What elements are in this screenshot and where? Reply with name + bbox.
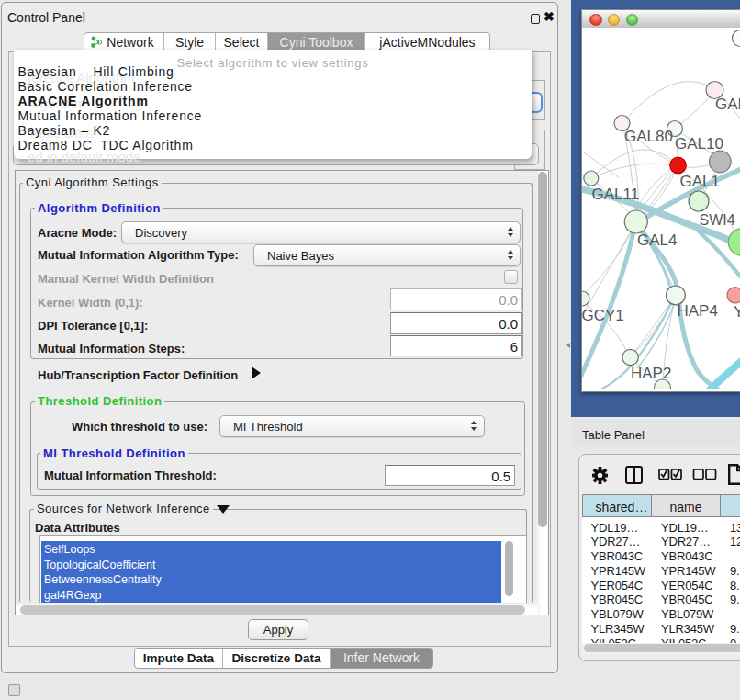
svg-text:GAL: GAL xyxy=(715,96,740,113)
svg-text:SWI4: SWI4 xyxy=(700,212,735,228)
svg-text:GAL10: GAL10 xyxy=(675,135,723,152)
svg-text:Y: Y xyxy=(734,303,740,321)
svg-text:GAL80: GAL80 xyxy=(624,128,673,145)
svg-text:GAL4: GAL4 xyxy=(637,231,677,249)
svg-text:GAL11: GAL11 xyxy=(592,186,640,203)
svg-text:HAP2: HAP2 xyxy=(631,365,671,382)
svg-text:HAP4: HAP4 xyxy=(678,302,718,320)
svg-text:GAL1: GAL1 xyxy=(680,173,720,190)
svg-text:GCY1: GCY1 xyxy=(582,307,624,324)
